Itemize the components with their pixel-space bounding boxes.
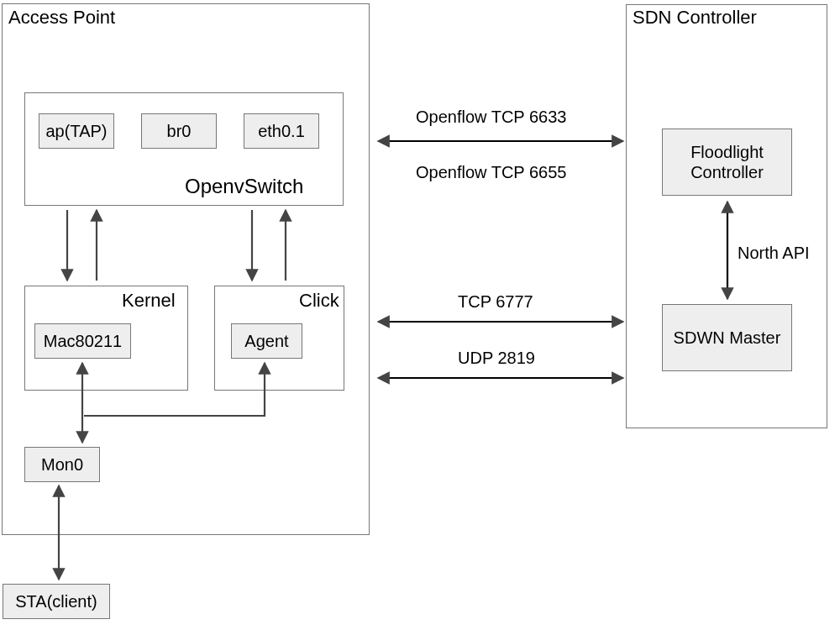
mac80211-label: Mac80211 (44, 331, 122, 351)
openvswitch-label: OpenvSwitch (185, 175, 303, 198)
eth-chip: eth0.1 (244, 113, 319, 149)
openflow-6655-label: Openflow TCP 6655 (416, 163, 566, 182)
north-api-label: North API (738, 244, 810, 263)
mon0-chip: Mon0 (24, 447, 100, 482)
tcp6777-label: TCP 6777 (458, 292, 533, 312)
sdn-controller-title: SDN Controller (633, 7, 757, 29)
ap-tap-label: ap(TAP) (46, 121, 108, 141)
kernel-label: Kernel (122, 290, 176, 312)
br0-label: br0 (167, 121, 192, 141)
mon0-label: Mon0 (41, 454, 83, 475)
sta-chip: STA(client) (3, 584, 110, 619)
floodlight-label: Floodlight Controller (663, 142, 791, 182)
ap-tap-chip: ap(TAP) (39, 113, 114, 149)
eth-label: eth0.1 (258, 121, 305, 141)
br0-chip: br0 (141, 113, 217, 149)
agent-chip: Agent (231, 323, 302, 359)
openflow-6633-label: Openflow TCP 6633 (416, 108, 566, 127)
sdwn-chip: SDWN Master (662, 304, 792, 371)
agent-label: Agent (244, 331, 288, 351)
floodlight-chip: Floodlight Controller (662, 129, 792, 196)
access-point-title: Access Point (8, 7, 115, 29)
sta-label: STA(client) (15, 591, 97, 611)
udp2819-label: UDP 2819 (458, 349, 535, 368)
mac80211-chip: Mac80211 (34, 323, 131, 359)
click-label: Click (299, 290, 339, 312)
sdwn-label: SDWN Master (674, 328, 781, 348)
